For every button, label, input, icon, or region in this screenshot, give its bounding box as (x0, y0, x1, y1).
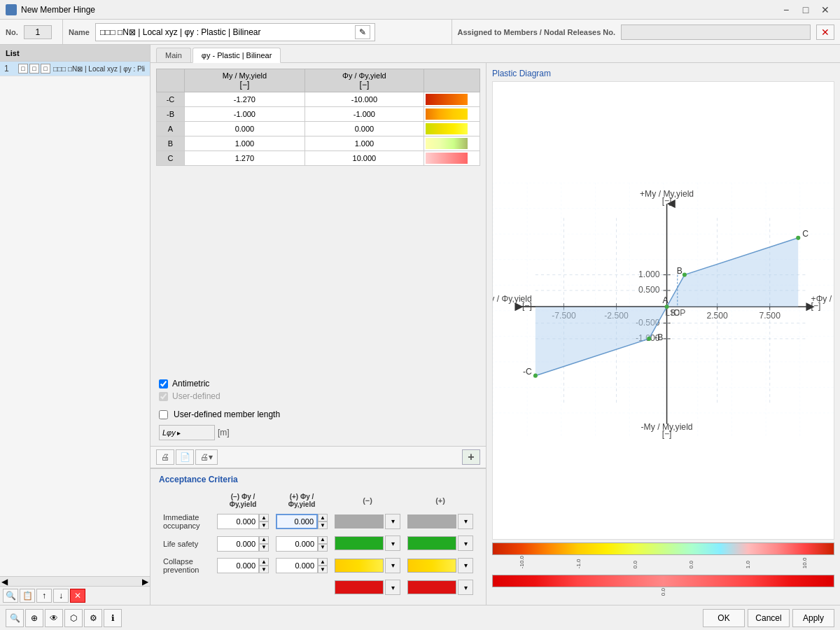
row-phi-b[interactable]: 1.000 (304, 136, 424, 151)
legend-bar-row-1: -10.0 -1.0 0.0 0.0 1.0 10.0 (492, 542, 834, 569)
ok-button[interactable]: OK (703, 609, 745, 627)
acc-spin-up-io-neg[interactable]: ▲ (259, 514, 269, 522)
sidebar-btn-move-up[interactable]: ↑ (36, 589, 52, 603)
acc-row-extra: ▾ ▾ (160, 578, 476, 598)
acc-pos-color-dropdown-io[interactable]: ▾ (458, 514, 473, 529)
list-item[interactable]: 1 □ □ □ □□□ □N⊠ | Local xyz | φy : Pli (0, 62, 150, 76)
acc-neg-color-wrap-ls: ▾ (335, 536, 400, 551)
acc-spin-ls-neg: ▲ ▼ (259, 536, 269, 552)
toolbar-print-btn[interactable]: 🖨 (156, 449, 174, 465)
acc-pos-color-bar-ls (407, 536, 456, 550)
row-my-a[interactable]: 0.000 (185, 122, 305, 136)
antimetric-row: Antimetric (159, 379, 477, 388)
maximize-button[interactable]: □ (797, 3, 815, 17)
toolbar-export-btn[interactable]: 📄 (176, 449, 194, 465)
acc-neg-color-dropdown-io[interactable]: ▾ (385, 514, 400, 529)
row-my-negc[interactable]: -1.270 (185, 92, 305, 107)
cancel-button[interactable]: Cancel (748, 609, 790, 627)
acc-input-cp-neg[interactable] (217, 558, 259, 573)
acc-color-pos-cp: ▾ (405, 555, 476, 576)
sidebar-btn-move-down[interactable]: ↓ (53, 589, 69, 603)
no-value: 1 (24, 25, 52, 39)
sidebar-btn-delete[interactable]: ✕ (70, 589, 85, 603)
window-title: New Member Hinge (21, 5, 95, 15)
acceptance-table: (−) Φy / Φy,yield (+) Φy / Φy,yield (−) … (159, 490, 477, 599)
acc-input-io-pos[interactable] (276, 514, 318, 529)
item-icons: □ □ □ (18, 64, 50, 74)
acc-negval-ls: ▲ ▼ (214, 533, 272, 554)
acc-neg-color-dropdown-cp[interactable]: ▾ (385, 558, 400, 573)
acc-spin-dn-io-pos[interactable]: ▼ (318, 522, 328, 529)
acc-spin-up-cp-pos[interactable]: ▲ (318, 558, 328, 566)
tab-phiy[interactable]: φy - Plastic | Bilinear (192, 48, 281, 63)
sidebar-btn-copy[interactable]: 📋 (20, 589, 35, 603)
acc-neg-color-dropdown-extra[interactable]: ▾ (385, 580, 400, 595)
acc-spin-up-ls-neg[interactable]: ▲ (259, 536, 269, 544)
bottom-btn-help[interactable]: ℹ (104, 609, 122, 627)
acc-pos-color-dropdown-ls[interactable]: ▾ (458, 536, 473, 551)
length-arrow: ▸ (177, 429, 181, 437)
acc-spin-up-io-pos[interactable]: ▲ (318, 514, 328, 522)
apply-button[interactable]: Apply (792, 609, 834, 627)
antimetric-label: Antimetric (172, 379, 209, 388)
acc-spin-ls-pos: ▲ ▼ (318, 536, 328, 552)
bottom-btn-search[interactable]: 🔍 (6, 609, 24, 627)
acc-spin-dn-cp-neg[interactable]: ▼ (259, 566, 269, 573)
row-label-a: A (157, 122, 185, 136)
item-text: □□□ □N⊠ | Local xyz | φy : Pli (53, 65, 145, 73)
bottom-btn-settings[interactable]: ⚙ (84, 609, 102, 627)
col-header-phi: Φy / Φy,yield[−] (304, 69, 424, 92)
acc-pos-color-bar-extra (407, 580, 456, 594)
point-negb-label: -B (654, 332, 663, 342)
acc-spin-up-cp-neg[interactable]: ▲ (259, 558, 269, 566)
member-length-checkbox[interactable] (159, 410, 168, 419)
acc-spin-dn-io-neg[interactable]: ▼ (259, 522, 269, 529)
acc-neg-color-wrap-cp: ▾ (335, 558, 400, 573)
item-icon-1: □ (18, 64, 28, 74)
row-phi-negb[interactable]: -1.000 (304, 107, 424, 122)
point-b-label: B (677, 266, 682, 276)
tab-main[interactable]: Main (156, 48, 191, 62)
row-my-c[interactable]: 1.270 (185, 151, 305, 166)
toolbar-add-btn[interactable]: + (462, 449, 480, 465)
close-button[interactable]: ✕ (816, 3, 834, 17)
acc-input-io-neg[interactable] (217, 514, 259, 529)
acc-pos-color-dropdown-extra[interactable]: ▾ (458, 580, 473, 595)
row-phi-c[interactable]: 10.000 (304, 151, 424, 166)
length-input[interactable]: Lφy ▸ (159, 425, 215, 440)
acc-color-pos-extra: ▾ (405, 578, 476, 598)
acc-input-ls-neg[interactable] (217, 536, 259, 552)
acceptance-title: Acceptance Criteria (159, 475, 477, 484)
item-num: 1 (4, 64, 18, 74)
acc-neg-color-dropdown-ls[interactable]: ▾ (385, 536, 400, 551)
assigned-delete-button[interactable]: ✕ (816, 24, 834, 40)
acc-spin-up-ls-pos[interactable]: ▲ (318, 536, 328, 544)
acc-input-ls-pos[interactable] (276, 536, 318, 552)
scroll-left-icon[interactable]: ◀ (1, 577, 8, 587)
acc-input-cp-pos[interactable] (276, 558, 318, 573)
sidebar-btn-add[interactable]: 🔍 (3, 589, 18, 603)
bottom-btn-view[interactable]: 👁 (45, 609, 63, 627)
tab-left-panel: My / My,yield[−] Φy / Φy,yield[−] -C -1.… (150, 63, 486, 605)
col-header-my: My / My,yield[−] (185, 69, 305, 92)
name-input[interactable]: □□□ □N⊠ | Local xyz | φy : Plastic | Bil… (95, 23, 375, 41)
acc-spin-dn-ls-pos[interactable]: ▼ (318, 544, 328, 552)
row-phi-a[interactable]: 0.000 (304, 122, 424, 136)
minimize-button[interactable]: − (777, 3, 795, 17)
acc-spin-dn-cp-pos[interactable]: ▼ (318, 566, 328, 573)
antimetric-checkbox[interactable] (159, 379, 168, 388)
scroll-right-icon[interactable]: ▶ (142, 577, 148, 587)
item-icon-2: □ (29, 64, 39, 74)
member-length-area: User-defined member length (150, 407, 486, 425)
row-my-b[interactable]: 1.000 (185, 136, 305, 151)
name-edit-button[interactable]: ✎ (355, 25, 370, 39)
bottom-btn-render[interactable]: ⬡ (64, 609, 83, 627)
row-my-negb[interactable]: -1.000 (185, 107, 305, 122)
toolbar-dropdown-btn[interactable]: 🖨▾ (195, 449, 218, 465)
tick-1: 1.0 (745, 556, 751, 568)
acc-pos-color-dropdown-cp[interactable]: ▾ (458, 558, 473, 573)
acc-spin-dn-ls-neg[interactable]: ▼ (259, 544, 269, 552)
row-phi-negc[interactable]: -10.000 (304, 92, 424, 107)
bottom-btn-coord[interactable]: ⊕ (25, 609, 43, 627)
sidebar-scrollbar[interactable]: ◀ ▶ (0, 576, 150, 586)
